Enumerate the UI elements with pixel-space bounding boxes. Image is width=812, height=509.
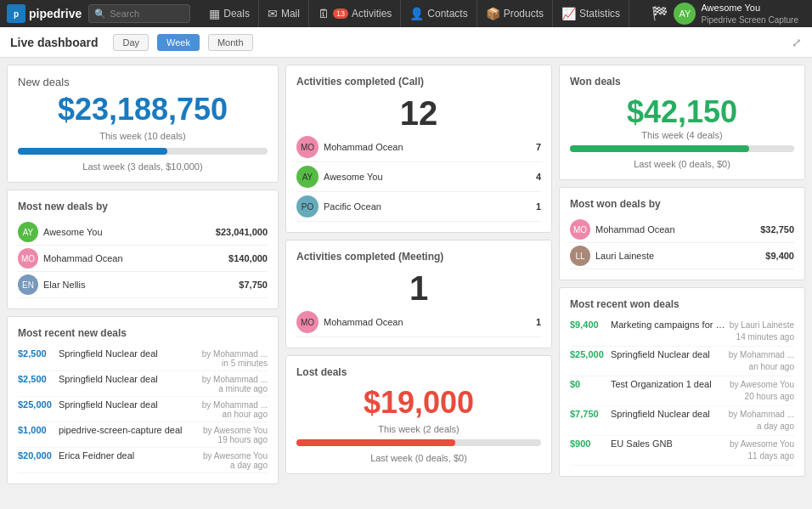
tab-month[interactable]: Month [208, 34, 253, 51]
table-row: MO Mohammad Ocean 1 [296, 308, 541, 337]
recent-won-title: Most recent won deals [570, 298, 794, 310]
nav-item-products[interactable]: 📦 Products [477, 0, 553, 27]
avatar: AY [296, 166, 319, 188]
act-meeting-title: Activities completed (Meeting) [296, 251, 541, 263]
user-sub: Pipedrive Screen Capture [701, 14, 798, 25]
nav-label-activities: Activities [352, 8, 392, 20]
recent-won-card: Most recent won deals $9,400 Marketing c… [559, 287, 805, 477]
user-name: Awesome You [701, 2, 798, 14]
lost-deals-card: Lost deals $19,000 This week (2 deals) L… [285, 355, 552, 474]
subheader: Live dashboard Day Week Month ⤢ [0, 27, 812, 58]
avatar: MO [296, 311, 319, 333]
recent-deal: pipedrive-screen-capture deal [59, 425, 200, 435]
person-name: Mohammad Ocean [324, 317, 531, 327]
deal-amount: $9,400 [765, 251, 794, 261]
search-icon: 🔍 [94, 8, 106, 20]
rw-amount: $7,750 [570, 409, 607, 419]
rw-amount: $9,400 [570, 320, 607, 330]
main-content: New deals $23,188,750 This week (10 deal… [0, 58, 812, 509]
rw-deal: Springfield Nuclear deal [611, 409, 725, 419]
person-count: 1 [536, 201, 541, 212]
search-placeholder: Search [110, 8, 139, 19]
new-deals-week: This week (10 deals) [18, 131, 268, 141]
activities-badge: 13 [333, 8, 348, 19]
mail-icon: ✉ [268, 7, 278, 20]
recent-by: by Mohammad ...an hour ago [202, 400, 268, 419]
lost-amount: $19,000 [296, 385, 541, 421]
table-row: AY Awesome You $23,041,000 [18, 219, 268, 246]
tab-week[interactable]: Week [157, 34, 200, 51]
rw-amount: $900 [570, 438, 607, 449]
logo-icon: p [7, 4, 25, 23]
deal-name: Awesome You [43, 227, 211, 237]
avatar: MO [570, 219, 590, 240]
recent-amount: $20,000 [18, 450, 55, 461]
search-box[interactable]: 🔍 Search [88, 4, 190, 23]
recent-title: Most recent new deals [18, 327, 268, 339]
recent-amount: $1,000 [18, 425, 55, 435]
recent-amount: $2,500 [18, 374, 55, 384]
tab-day[interactable]: Day [113, 34, 149, 51]
list-item: $7,750 Springfield Nuclear deal by Moham… [570, 406, 794, 436]
won-progress-bar [570, 145, 749, 152]
rw-amount: $25,000 [570, 349, 607, 359]
person-count: 7 [536, 142, 541, 152]
act-call-title: Activities completed (Call) [296, 76, 541, 88]
person-name: Pacific Ocean [324, 201, 531, 212]
middle-column: Activities completed (Call) 12 MO Mohamm… [285, 65, 552, 502]
table-row: MO Mohammad Ocean 7 [296, 133, 541, 162]
list-item: $25,000 Springfield Nuclear deal by Moha… [570, 347, 794, 376]
new-deals-amount: $23,188,750 [18, 92, 268, 127]
won-title: Won deals [570, 76, 794, 88]
table-row: LL Lauri Laineste $9,400 [570, 243, 794, 269]
nav-label-mail: Mail [281, 8, 300, 20]
list-item: $0 Test Organization 1 deal by Awesome Y… [570, 376, 794, 406]
avatar: EN [18, 274, 38, 295]
act-meeting-card: Activities completed (Meeting) 1 MO Moha… [285, 240, 552, 348]
recent-amount: $2,500 [18, 348, 55, 359]
nav-item-statistics[interactable]: 📈 Statistics [553, 0, 629, 27]
deals-icon: ▦ [209, 7, 220, 20]
logo[interactable]: p pipedrive [7, 4, 82, 23]
won-progress-bg [570, 145, 794, 152]
lost-progress-bg [296, 439, 541, 446]
expand-icon[interactable]: ⤢ [792, 36, 802, 49]
act-meeting-count: 1 [296, 269, 541, 308]
nav-item-activities[interactable]: 🗓 13 Activities [309, 0, 401, 27]
won-week: This week (4 deals) [570, 130, 794, 140]
rw-by: by Awesome You20 hours ago [730, 379, 794, 403]
lost-week: This week (2 deals) [296, 424, 541, 434]
deal-name: Elar Nellis [43, 280, 234, 290]
nav-label-statistics: Statistics [579, 8, 620, 20]
recent-by: by Awesome You19 hours ago [203, 426, 268, 444]
table-row: MO Mohammad Ocean $140,000 [18, 246, 268, 272]
new-deals-title: New deals [18, 76, 268, 88]
won-deals-card: Won deals $42,150 This week (4 deals) La… [559, 65, 805, 180]
lost-progress-bar [296, 439, 455, 446]
table-row: MO Mohammad Ocean $32,750 [570, 217, 794, 243]
avatar: MO [296, 136, 319, 158]
user-info: Awesome You Pipedrive Screen Capture [701, 2, 798, 25]
new-deals-last-week: Last week (3 deals, $10,000) [18, 161, 268, 172]
deal-amount: $7,750 [239, 280, 268, 290]
nav-item-contacts[interactable]: 👤 Contacts [401, 0, 476, 27]
recent-new-deals-card: Most recent new deals $2,500 Springfield… [7, 316, 279, 484]
deal-name: Lauri Laineste [595, 251, 760, 261]
deal-amount: $23,041,000 [216, 227, 268, 237]
logo-text: pipedrive [29, 7, 82, 20]
recent-by: by Mohammad ...in 5 minutes [202, 349, 268, 368]
won-last-week: Last week (0 deals, $0) [570, 159, 794, 169]
recent-by: by Awesome Youa day ago [203, 451, 268, 470]
recent-deal: Erica Feidner deal [59, 450, 200, 461]
nav-item-deals[interactable]: ▦ Deals [200, 0, 259, 27]
nav-items: ▦ Deals ✉ Mail 🗓 13 Activities 👤 Contact… [200, 0, 645, 27]
rw-by: by Mohammad ...an hour ago [729, 349, 794, 373]
rw-amount: $0 [570, 379, 607, 389]
table-row: PO Pacific Ocean 1 [296, 192, 541, 222]
person-name: Mohammad Ocean [324, 142, 531, 152]
rw-deal: Springfield Nuclear deal [611, 349, 725, 359]
nav-item-mail[interactable]: ✉ Mail [259, 0, 309, 27]
products-icon: 📦 [486, 7, 500, 20]
avatar: PO [296, 195, 319, 218]
new-deals-card: New deals $23,188,750 This week (10 deal… [7, 65, 279, 183]
